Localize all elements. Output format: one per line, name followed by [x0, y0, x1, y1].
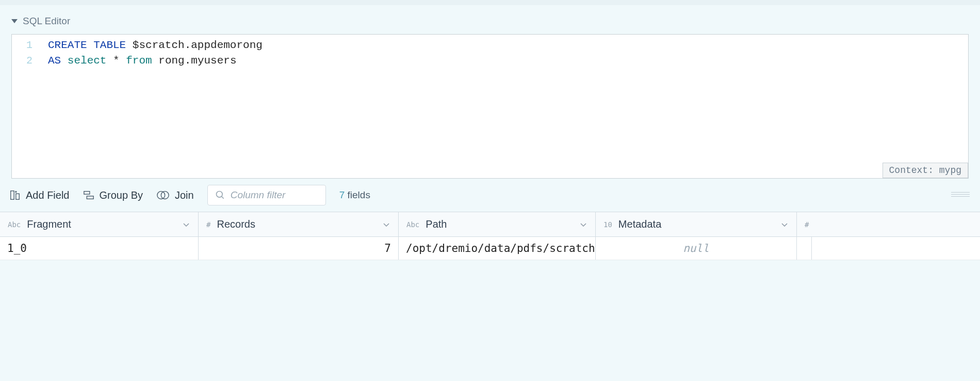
line-number: 2: [12, 53, 32, 69]
chevron-down-icon[interactable]: [182, 220, 190, 229]
svg-rect-5: [87, 196, 93, 199]
join-button[interactable]: Join: [156, 189, 194, 201]
code-body[interactable]: CREATE TABLE $scratch.appdemorong AS sel…: [48, 38, 968, 69]
context-badge[interactable]: Context: mypg: [883, 163, 968, 178]
sql-editor-title: SQL Editor: [23, 15, 70, 27]
results-grid: Abc Fragment # Records Abc Path 10 Metad…: [0, 212, 980, 260]
cell-records: 7: [199, 237, 399, 260]
tab-bar: [0, 0, 980, 5]
add-field-button[interactable]: Add Field: [9, 189, 70, 201]
group-by-label: Group By: [100, 189, 143, 201]
chevron-down-icon[interactable]: [780, 220, 789, 229]
chevron-down-icon[interactable]: [382, 220, 390, 229]
group-by-icon: [83, 189, 94, 201]
join-label: Join: [175, 189, 194, 201]
column-label: Metadata: [618, 218, 661, 230]
table-row[interactable]: 1_0 7 /opt/dremio/data/pdfs/scratch/ap n…: [0, 237, 980, 260]
svg-rect-0: [11, 191, 14, 200]
number-type-icon: #: [206, 220, 210, 229]
group-by-button[interactable]: Group By: [83, 189, 143, 201]
column-header-extra[interactable]: #: [797, 212, 812, 236]
column-filter-wrapper[interactable]: [207, 185, 326, 205]
sql-editor-toggle[interactable]: SQL Editor: [11, 15, 969, 27]
sql-editor-section: SQL Editor 1 2 CREATE TABLE $scratch.app…: [0, 5, 980, 179]
column-header-path[interactable]: Abc Path: [399, 212, 596, 236]
abc-type-icon: Abc: [8, 220, 21, 229]
column-label: Path: [426, 218, 447, 230]
results-toolbar: Add Field Group By Join 7 fields: [0, 179, 980, 212]
fields-count: 7 fields: [339, 189, 370, 201]
cell-extra: [797, 237, 812, 260]
code-line[interactable]: CREATE TABLE $scratch.appdemorong: [48, 38, 968, 53]
code-line[interactable]: AS select * from rong.myusers: [48, 53, 968, 69]
resize-handle[interactable]: [950, 192, 971, 198]
column-label: Records: [217, 218, 255, 230]
add-field-icon: [9, 189, 21, 201]
add-field-label: Add Field: [26, 189, 70, 201]
cell-fragment: 1_0: [0, 237, 199, 260]
chevron-down-icon[interactable]: [579, 220, 587, 229]
abc-type-icon: Abc: [406, 220, 419, 229]
code-editor[interactable]: 1 2 CREATE TABLE $scratch.appdemorong AS…: [11, 34, 969, 179]
column-header-metadata[interactable]: 10 Metadata: [596, 212, 797, 236]
line-number-gutter: 1 2: [12, 35, 40, 69]
search-icon: [215, 190, 225, 200]
svg-point-8: [216, 192, 222, 198]
svg-rect-4: [84, 192, 89, 195]
column-filter-input[interactable]: [231, 189, 318, 201]
column-header-records[interactable]: # Records: [199, 212, 399, 236]
number-type-icon: #: [805, 220, 809, 229]
cell-path: /opt/dremio/data/pdfs/scratch/ap: [399, 237, 596, 260]
line-number: 1: [12, 38, 32, 53]
collapse-arrow-icon: [11, 19, 18, 23]
svg-rect-1: [16, 194, 19, 199]
binary-type-icon: 10: [603, 220, 612, 229]
grid-header-row: Abc Fragment # Records Abc Path 10 Metad…: [0, 212, 980, 237]
cell-metadata: null: [596, 237, 797, 260]
svg-line-9: [221, 197, 223, 199]
column-header-fragment[interactable]: Abc Fragment: [0, 212, 199, 236]
join-icon: [156, 189, 170, 201]
column-label: Fragment: [27, 218, 71, 230]
